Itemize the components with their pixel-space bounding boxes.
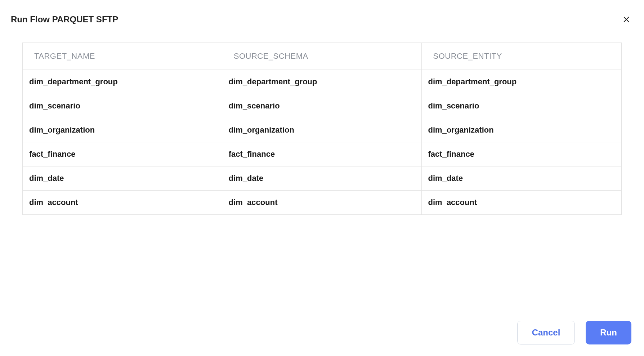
dialog-header: Run Flow PARQUET SFTP	[0, 0, 644, 32]
table-row[interactable]: dim_organization dim_organization dim_or…	[23, 118, 622, 142]
column-header-target-name[interactable]: TARGET_NAME	[23, 43, 222, 70]
cell-target-name: dim_department_group	[23, 70, 222, 94]
cell-source-entity: dim_account	[421, 191, 621, 215]
cell-source-schema: dim_department_group	[222, 70, 421, 94]
cell-target-name: dim_scenario	[23, 94, 222, 118]
cell-target-name: dim_account	[23, 191, 222, 215]
close-button[interactable]	[621, 14, 631, 25]
cell-target-name: fact_finance	[23, 142, 222, 166]
cell-source-entity: fact_finance	[421, 142, 621, 166]
flow-table: TARGET_NAME SOURCE_SCHEMA SOURCE_ENTITY …	[22, 43, 622, 215]
cell-target-name: dim_date	[23, 166, 222, 191]
dialog-content: TARGET_NAME SOURCE_SCHEMA SOURCE_ENTITY …	[0, 32, 644, 215]
cell-source-schema: dim_account	[222, 191, 421, 215]
cell-source-schema: dim_scenario	[222, 94, 421, 118]
dialog-footer: Cancel Run	[0, 309, 644, 356]
cell-source-schema: fact_finance	[222, 142, 421, 166]
table-row[interactable]: dim_date dim_date dim_date	[23, 166, 622, 191]
cancel-button[interactable]: Cancel	[517, 321, 575, 344]
cell-source-schema: dim_organization	[222, 118, 421, 142]
table-row[interactable]: dim_account dim_account dim_account	[23, 191, 622, 215]
cell-source-entity: dim_department_group	[421, 70, 621, 94]
cell-source-entity: dim_organization	[421, 118, 621, 142]
table-row[interactable]: dim_department_group dim_department_grou…	[23, 70, 622, 94]
cell-source-schema: dim_date	[222, 166, 421, 191]
run-button[interactable]: Run	[586, 321, 631, 344]
close-icon	[622, 15, 630, 23]
column-header-source-entity[interactable]: SOURCE_ENTITY	[421, 43, 621, 70]
table-row[interactable]: dim_scenario dim_scenario dim_scenario	[23, 94, 622, 118]
cell-source-entity: dim_scenario	[421, 94, 621, 118]
table-row[interactable]: fact_finance fact_finance fact_finance	[23, 142, 622, 166]
table-header-row: TARGET_NAME SOURCE_SCHEMA SOURCE_ENTITY	[23, 43, 622, 70]
cell-target-name: dim_organization	[23, 118, 222, 142]
dialog-title: Run Flow PARQUET SFTP	[11, 14, 118, 25]
column-header-source-schema[interactable]: SOURCE_SCHEMA	[222, 43, 421, 70]
cell-source-entity: dim_date	[421, 166, 621, 191]
